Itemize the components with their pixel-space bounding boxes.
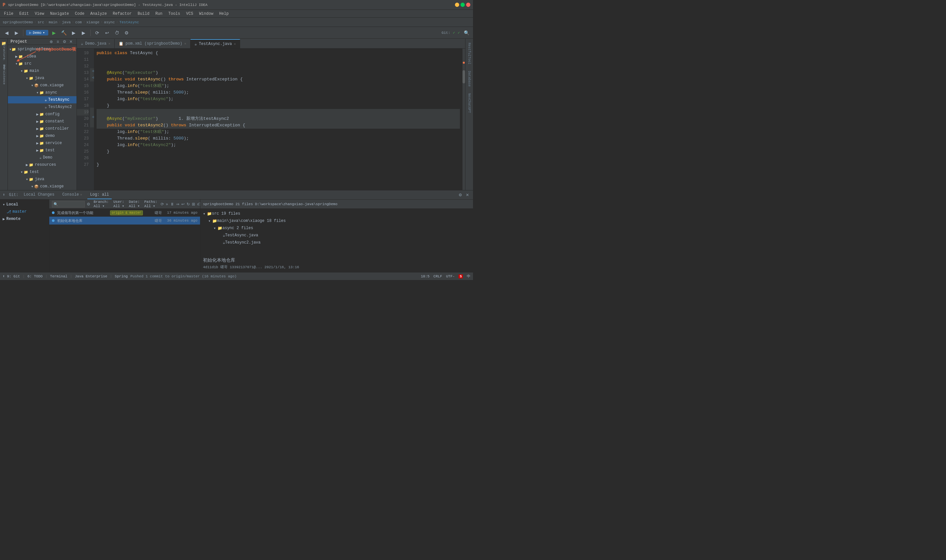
tab-demo-java[interactable]: ☕ Demo.java ✕ bbox=[77, 39, 115, 48]
build-button[interactable]: 🔨 bbox=[60, 29, 68, 37]
panel-tool-1[interactable]: ⊕ bbox=[48, 39, 54, 45]
status-spring[interactable]: Spring bbox=[115, 274, 128, 278]
git-tree-springbootdemo[interactable]: ▾ 📁 src 19 files bbox=[203, 210, 470, 217]
status-encoding[interactable]: UTF- bbox=[446, 274, 455, 278]
menu-build[interactable]: Build bbox=[135, 11, 152, 17]
panel-tool-close[interactable]: ✕ bbox=[68, 39, 74, 45]
git-local-section[interactable]: ▾ Local bbox=[0, 201, 49, 208]
tree-demo[interactable]: ▶ 📁 demo bbox=[8, 132, 77, 140]
git-remote-section[interactable]: ▶ Remote bbox=[0, 215, 49, 223]
tree-test-folder[interactable]: ▶ 📁 test bbox=[8, 147, 77, 154]
coverage-button[interactable]: ▶ bbox=[70, 29, 78, 37]
panel-tool-2[interactable]: ≡ bbox=[55, 39, 61, 45]
menu-vcs[interactable]: VCS bbox=[183, 11, 196, 17]
tab-local-changes[interactable]: Local Changes bbox=[21, 191, 57, 199]
panel-tool-settings[interactable]: ⚙ bbox=[62, 39, 67, 45]
tab-pom[interactable]: 📋 pom.xml (springbootDemo) ✕ bbox=[115, 39, 191, 48]
menu-navigate[interactable]: Navigate bbox=[47, 11, 72, 17]
tree-testasync2[interactable]: ☕ TestAsync2 bbox=[8, 103, 77, 111]
tree-idea[interactable]: ▶ 📁 .idea bbox=[8, 53, 77, 60]
git-filter-branch[interactable]: Branch: All ▾ bbox=[92, 200, 110, 208]
menu-edit[interactable]: Edit bbox=[17, 11, 32, 17]
tree-root[interactable]: ▾ 📁 springbootDemo D:\workspace\zhangxia… bbox=[8, 46, 77, 53]
tree-constant[interactable]: ▶ 📁 constant bbox=[8, 118, 77, 125]
tab-console[interactable]: Console ✕ bbox=[60, 191, 85, 199]
toolbar-undo-btn[interactable]: ↩ bbox=[103, 29, 111, 37]
nav-src[interactable]: src bbox=[37, 20, 44, 24]
menu-refactor[interactable]: Refactor bbox=[110, 11, 134, 17]
git-cherry-pick[interactable]: ⇒ bbox=[176, 201, 179, 207]
git-filter-date[interactable]: Date: All ▾ bbox=[128, 200, 141, 208]
toolbar-back-btn[interactable]: ◀ bbox=[3, 29, 11, 37]
nexchatgpt-icon[interactable]: NexChatGPT bbox=[467, 91, 472, 115]
tree-src[interactable]: ▾ 📁 src bbox=[8, 60, 77, 67]
git-filter-user[interactable]: User: All ▾ bbox=[112, 200, 125, 208]
favorites-icon[interactable]: ☆ bbox=[1, 56, 7, 62]
tree-service[interactable]: ▶ 📁 service bbox=[8, 140, 77, 147]
restful-tool-icon[interactable]: RestfulTool bbox=[467, 40, 472, 67]
tab-demo-java-close[interactable]: ✕ bbox=[108, 42, 110, 46]
search-everywhere-btn[interactable]: 🔍 bbox=[462, 29, 470, 37]
bottom-settings-btn[interactable]: ⚙ bbox=[457, 192, 463, 198]
structure-icon[interactable]: Structure bbox=[1, 48, 7, 54]
status-git[interactable]: ⬆ 9: Git bbox=[3, 274, 20, 278]
menu-file[interactable]: File bbox=[1, 11, 16, 17]
git-settings-btn[interactable]: ⚙ bbox=[87, 201, 90, 207]
status-lang[interactable]: 中 bbox=[467, 274, 470, 279]
git-branch-btn[interactable]: ⊞ bbox=[192, 201, 195, 207]
git-commit-2[interactable]: 初始化本地仓库 曙哥 36 minutes ago bbox=[49, 217, 200, 225]
tab-pom-close[interactable]: ✕ bbox=[184, 42, 186, 46]
nav-com[interactable]: com bbox=[75, 20, 82, 24]
git-tree-src[interactable]: ▾ 📁 main\java\com\xiaoge 18 files bbox=[203, 217, 470, 225]
status-crlf[interactable]: CRLF bbox=[434, 274, 442, 278]
git-search-input[interactable] bbox=[52, 201, 85, 208]
profile-button[interactable]: ▶ bbox=[80, 29, 88, 37]
git-refresh-btn[interactable]: ⟳ bbox=[160, 201, 164, 207]
tab-log-all[interactable]: Log: all bbox=[87, 191, 112, 199]
toolbar-update-btn[interactable]: ⟳ bbox=[93, 29, 101, 37]
menu-tools[interactable]: Tools bbox=[166, 11, 183, 17]
git-tree-testasync-file[interactable]: ☕ TestAsync.java bbox=[203, 232, 470, 239]
nav-springbootdemo[interactable]: springbootDemo bbox=[3, 20, 33, 24]
git-collapse-btn[interactable]: » bbox=[166, 201, 168, 207]
status-todo[interactable]: 6: TODO bbox=[27, 274, 42, 278]
bottom-close-btn[interactable]: ✕ bbox=[464, 192, 470, 198]
code-content[interactable]: public class TestAsync { @Async("myExecu… bbox=[94, 49, 462, 190]
status-java-enterprise[interactable]: Java Enterprise bbox=[75, 274, 108, 278]
tree-main[interactable]: ▾ 📁 main bbox=[8, 67, 77, 74]
run-config-selector[interactable]: ▷ Demo ▾ bbox=[26, 30, 48, 35]
git-commit-1[interactable]: 完成领导的第一个功能 origin & master 曙哥 17 minutes… bbox=[49, 209, 200, 217]
close-button[interactable] bbox=[466, 3, 470, 7]
tree-com-test[interactable]: ▾ 📦 com.xiaoge bbox=[8, 183, 77, 190]
nav-java[interactable]: java bbox=[62, 20, 71, 24]
database-icon[interactable]: Database bbox=[467, 68, 472, 89]
git-tab-label[interactable]: ⬆ bbox=[3, 192, 5, 197]
nav-async[interactable]: async bbox=[104, 20, 115, 24]
scrollbar-thumb[interactable] bbox=[462, 70, 465, 83]
toolbar-settings-btn[interactable]: ⚙ bbox=[123, 29, 131, 37]
nav-xiaoge[interactable]: xiaoge bbox=[86, 20, 100, 24]
status-terminal[interactable]: Terminal bbox=[50, 274, 67, 278]
tree-test-src[interactable]: ▾ 📁 test bbox=[8, 168, 77, 175]
tree-testasync[interactable]: ☕ TestAsync bbox=[8, 96, 77, 103]
tree-async[interactable]: ▾ 📁 async bbox=[8, 89, 77, 96]
maximize-button[interactable] bbox=[461, 3, 465, 7]
status-lang-icon[interactable]: S bbox=[459, 274, 463, 278]
menu-window[interactable]: Window bbox=[196, 11, 216, 17]
run-button[interactable]: ▶ bbox=[50, 29, 58, 37]
nav-testasync[interactable]: TestAsync bbox=[120, 20, 139, 24]
git-undo-btn[interactable]: ↩ bbox=[181, 201, 185, 207]
nav-main[interactable]: main bbox=[49, 20, 57, 24]
git-tree-testasync2-file[interactable]: ☕ TestAsync2.java bbox=[203, 239, 470, 246]
menu-analyze[interactable]: Analyze bbox=[88, 11, 109, 17]
tree-java[interactable]: ▾ 📁 java bbox=[8, 74, 77, 82]
git-filter-paths[interactable]: Paths: All ▾ bbox=[143, 200, 159, 208]
editor-scrollbar[interactable] bbox=[462, 49, 465, 190]
git-tree-async[interactable]: ▾ 📁 async 2 files bbox=[203, 225, 470, 232]
toolbar-history-btn[interactable]: ⏱ bbox=[113, 29, 121, 37]
menu-run[interactable]: Run bbox=[153, 11, 165, 17]
menu-code[interactable]: Code bbox=[72, 11, 87, 17]
tree-config[interactable]: ▶ 📁 config bbox=[8, 111, 77, 118]
persistence-icon[interactable]: Persistence bbox=[1, 72, 7, 78]
minimize-button[interactable] bbox=[455, 3, 459, 7]
